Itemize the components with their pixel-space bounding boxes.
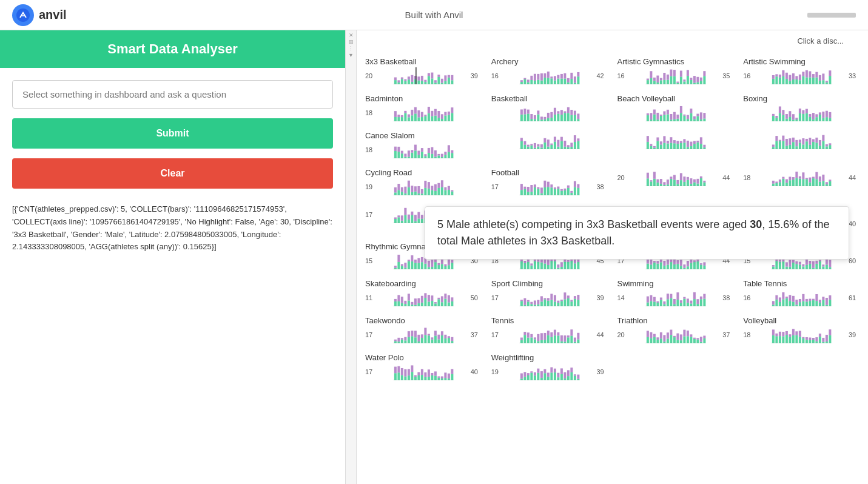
svg-rect-275 xyxy=(792,114,795,119)
svg-rect-1203 xyxy=(421,375,423,380)
question-input[interactable] xyxy=(12,80,333,109)
mini-chart[interactable] xyxy=(631,289,721,306)
mini-chart[interactable] xyxy=(378,178,468,195)
svg-rect-7 xyxy=(401,78,403,79)
svg-rect-545 xyxy=(686,180,688,186)
mini-chart[interactable] xyxy=(756,132,846,149)
mini-chart[interactable] xyxy=(505,326,594,343)
sport-name: Artistic Gymnastics xyxy=(617,57,734,66)
svg-rect-231 xyxy=(656,119,659,121)
svg-rect-602 xyxy=(404,208,406,215)
mini-chart[interactable] xyxy=(756,289,846,306)
clear-button[interactable]: Clear xyxy=(12,158,333,189)
sport-cell[interactable]: Sport Climbing1739 xyxy=(489,277,610,309)
submit-button[interactable]: Submit xyxy=(12,118,333,149)
mini-chart[interactable] xyxy=(631,67,721,84)
svg-rect-576 xyxy=(802,179,805,186)
svg-rect-135 xyxy=(806,70,808,78)
down-icon[interactable]: ▼ xyxy=(348,53,354,58)
mini-chart[interactable] xyxy=(378,67,468,84)
mini-chart[interactable] xyxy=(631,104,721,121)
svg-rect-396 xyxy=(683,139,685,143)
sport-cell[interactable]: Water Polo1740 xyxy=(363,351,484,383)
sport-cell[interactable]: Swimming1438 xyxy=(615,277,736,309)
sport-cell[interactable]: 3x3 Basketball2039 xyxy=(363,55,484,87)
svg-rect-463 xyxy=(421,193,423,195)
svg-rect-181 xyxy=(444,115,446,121)
mini-chart[interactable] xyxy=(378,289,468,306)
sport-cell[interactable]: Badminton18 xyxy=(363,92,484,124)
sport-cell[interactable]: Basketball xyxy=(489,92,610,124)
sport-cell[interactable] xyxy=(615,129,736,161)
svg-rect-954 xyxy=(564,300,566,306)
sport-max: 33 xyxy=(849,72,860,79)
svg-rect-754 xyxy=(411,255,413,261)
mini-chart[interactable] xyxy=(756,169,846,186)
svg-rect-170 xyxy=(424,115,426,116)
svg-rect-216 xyxy=(567,113,570,121)
mini-chart[interactable] xyxy=(505,178,594,195)
sport-cell[interactable]: Skateboarding1150 xyxy=(363,277,484,309)
svg-rect-57 xyxy=(547,72,550,78)
sport-cell[interactable]: Tennis1744 xyxy=(489,314,610,346)
mini-chart[interactable] xyxy=(631,132,721,149)
svg-rect-128 xyxy=(796,79,798,84)
sport-cell[interactable]: Table Tennis1661 xyxy=(741,277,862,309)
svg-rect-839 xyxy=(683,268,685,269)
expand-icon[interactable]: ⊞ xyxy=(349,39,354,45)
mini-chart[interactable] xyxy=(505,104,594,121)
sport-cell[interactable]: Artistic Swimming1633 xyxy=(741,55,862,87)
sport-cell[interactable] xyxy=(741,129,862,161)
sport-cell[interactable]: Artistic Gymnastics1635 xyxy=(615,55,736,87)
svg-rect-315 xyxy=(421,152,423,158)
nav-icon[interactable]: ⋮ xyxy=(348,46,354,52)
sport-cell[interactable]: Archery1642 xyxy=(489,55,610,87)
mini-chart[interactable] xyxy=(756,67,846,84)
mini-chart[interactable] xyxy=(631,326,721,343)
sport-cell[interactable]: Cycling Road19 xyxy=(363,166,484,198)
svg-rect-784 xyxy=(527,262,530,269)
sport-cell[interactable]: Canoe Slalom18 xyxy=(363,129,484,161)
svg-rect-323 xyxy=(434,156,437,158)
mini-chart[interactable] xyxy=(378,363,468,380)
svg-rect-885 xyxy=(823,264,825,266)
sport-cell[interactable] xyxy=(489,129,610,161)
svg-rect-94 xyxy=(673,70,675,76)
dashboard-area[interactable]: Click a disc... 3x3 Basketball2039Archer… xyxy=(357,30,868,484)
sport-cell[interactable]: Taekwondo1737 xyxy=(363,314,484,346)
svg-rect-482 xyxy=(451,190,453,191)
svg-rect-1167 xyxy=(799,331,801,337)
mini-chart[interactable] xyxy=(631,169,721,186)
mini-chart[interactable] xyxy=(378,141,468,158)
svg-rect-300 xyxy=(394,147,397,151)
sidebar-controls[interactable]: ✕ ⊞ ⋮ ▼ xyxy=(346,30,357,484)
svg-rect-1133 xyxy=(679,340,682,343)
sport-chart-row: 1744 xyxy=(491,326,608,343)
mini-chart[interactable] xyxy=(505,132,594,149)
mini-chart[interactable] xyxy=(378,326,468,343)
sport-cell[interactable]: Volleyball1839 xyxy=(741,314,862,346)
mini-chart[interactable] xyxy=(505,67,594,84)
svg-rect-382 xyxy=(659,141,662,144)
sport-cell[interactable]: Beach Volleyball xyxy=(615,92,736,124)
svg-rect-787 xyxy=(530,263,533,265)
mini-chart[interactable] xyxy=(378,104,468,121)
mini-chart[interactable] xyxy=(505,363,594,380)
sport-cell[interactable]: 2044 xyxy=(615,166,736,198)
mini-chart[interactable] xyxy=(756,326,846,343)
mini-chart[interactable] xyxy=(505,289,594,306)
sport-cell[interactable]: Boxing xyxy=(741,92,862,124)
svg-rect-193 xyxy=(527,110,530,114)
sport-cell[interactable]: Football1738 xyxy=(489,166,610,198)
sport-cell[interactable]: 1844 xyxy=(741,166,862,198)
svg-rect-939 xyxy=(537,300,539,304)
svg-rect-878 xyxy=(812,268,815,269)
mini-chart[interactable] xyxy=(756,104,846,121)
svg-rect-87 xyxy=(663,80,665,84)
sport-cell[interactable]: Weightlifting1939 xyxy=(489,351,610,383)
svg-rect-220 xyxy=(574,115,576,121)
collapse-icon[interactable]: ✕ xyxy=(349,33,354,38)
svg-rect-835 xyxy=(676,264,679,269)
svg-rect-167 xyxy=(421,117,423,121)
sport-cell[interactable]: Triathlon2037 xyxy=(615,314,736,346)
